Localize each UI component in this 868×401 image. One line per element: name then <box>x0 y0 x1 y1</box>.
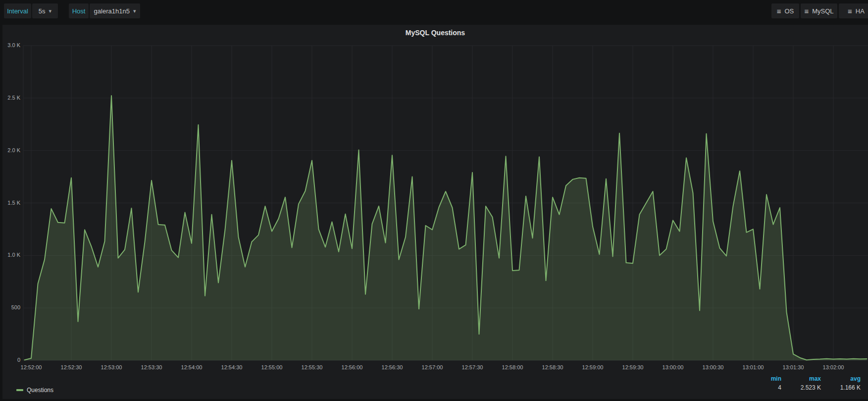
x-tick-label: 12:58:00 <box>493 364 532 370</box>
stat-max-value: 2.523 K <box>801 383 821 393</box>
y-tick-label: 0 <box>0 357 20 363</box>
x-tick-label: 13:01:00 <box>733 364 773 370</box>
y-tick-label: 2.0 K <box>0 147 20 153</box>
y-tick-label: 3.0 K <box>0 42 20 48</box>
stat-min-label: min <box>771 375 781 383</box>
x-tick-label: 12:56:30 <box>372 364 412 370</box>
series-area <box>25 96 867 360</box>
stat-avg-label: avg <box>850 375 861 383</box>
x-tick-label: 12:52:30 <box>51 364 91 370</box>
x-tick-label: 12:59:30 <box>613 364 653 370</box>
x-tick-label: 13:00:30 <box>693 364 733 370</box>
stat-avg-value: 1.166 K <box>840 383 861 393</box>
x-tick-label: 12:57:30 <box>453 364 492 370</box>
y-tick-label: 1.0 K <box>0 252 20 258</box>
x-tick-label: 12:55:30 <box>292 364 332 370</box>
y-tick-label: 500 <box>0 304 20 310</box>
x-tick-label: 12:58:30 <box>533 364 572 370</box>
y-tick-label: 2.5 K <box>0 95 20 101</box>
x-tick-label: 12:53:00 <box>92 364 131 370</box>
stat-min: min 4 <box>754 375 781 393</box>
legend: Questions <box>16 386 53 395</box>
x-tick-label: 12:57:00 <box>412 364 452 370</box>
stat-min-value: 4 <box>778 383 781 393</box>
legend-stats: min 4 max 2.523 K avg 1.166 K <box>754 375 861 393</box>
x-tick-label: 12:53:30 <box>132 364 171 370</box>
stat-max: max 2.523 K <box>781 375 821 393</box>
x-tick-label: 12:56:00 <box>332 364 372 370</box>
y-tick-label: 1.5 K <box>0 200 20 206</box>
x-tick-label: 13:00:00 <box>653 364 693 370</box>
stat-max-label: max <box>809 375 821 383</box>
chart-canvas[interactable] <box>0 0 868 401</box>
x-tick-label: 13:02:00 <box>814 364 853 370</box>
legend-series-label[interactable]: Questions <box>27 387 53 394</box>
x-tick-label: 12:55:00 <box>252 364 292 370</box>
x-tick-label: 12:59:00 <box>573 364 613 370</box>
stat-avg: avg 1.166 K <box>821 375 861 393</box>
legend-series-marker <box>16 389 23 391</box>
x-tick-label: 12:52:00 <box>11 364 51 370</box>
x-tick-label: 12:54:30 <box>212 364 252 370</box>
x-tick-label: 13:01:30 <box>773 364 813 370</box>
page: Interval 5s Host galera1h1n5 OS MySQL HA… <box>0 0 868 401</box>
x-tick-label: 12:54:00 <box>172 364 211 370</box>
